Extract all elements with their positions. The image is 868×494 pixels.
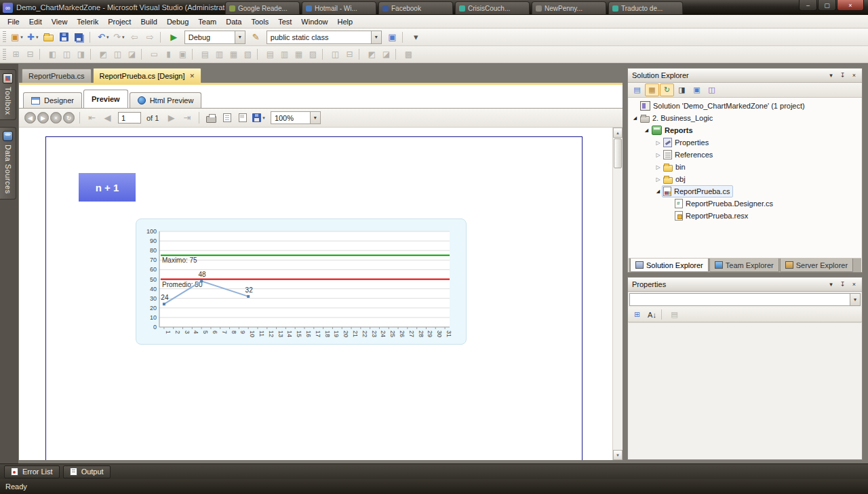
panel-tab-server-explorer[interactable]: Server Explorer — [780, 259, 853, 272]
background-tab[interactable]: Hotmail - Wi... — [302, 1, 376, 14]
remove-horizontal-spacing-button[interactable]: ▧ — [241, 48, 254, 60]
view-designer-button[interactable]: ▣ — [690, 83, 704, 96]
background-tab[interactable]: Traducto de... — [608, 1, 683, 14]
tree-item-content[interactable]: References — [662, 149, 715, 161]
vertical-scrollbar[interactable] — [612, 128, 623, 460]
scrollbar-thumb[interactable] — [614, 138, 622, 168]
tab-preview[interactable]: Preview — [83, 90, 128, 108]
doc-tab-reportprueba-cs[interactable]: ReportPrueba.cs — [22, 69, 92, 83]
tree-item[interactable]: ▷ bin — [629, 161, 861, 173]
tree-item-content[interactable]: Reports — [650, 124, 696, 136]
menu-item[interactable]: Telerik — [72, 15, 103, 28]
make-same-height-button[interactable]: ▮ — [162, 48, 175, 60]
menu-item[interactable]: Data — [221, 15, 246, 28]
save-all-button[interactable] — [73, 30, 87, 44]
background-tab[interactable]: CrisisCouch... — [455, 1, 530, 14]
tree-item[interactable]: ▷ References — [629, 149, 861, 161]
navigate-forward-button[interactable]: ⇨ — [143, 30, 157, 44]
forward-button[interactable]: ▶ — [37, 112, 49, 124]
print-button[interactable] — [204, 111, 218, 125]
next-page-button[interactable]: ▶ — [164, 111, 178, 125]
show-grid-button[interactable]: ⊟ — [24, 48, 37, 60]
layout-toolbar-button[interactable] — [90, 49, 94, 60]
doc-tab-reportprueba-design[interactable]: ReportPrueba.cs [Design] — [93, 68, 202, 83]
align-rights-button[interactable]: ◨ — [75, 48, 87, 60]
minimize-button[interactable]: – — [799, 0, 817, 11]
member-navigation-combo[interactable]: public static class — [267, 31, 382, 44]
page-setup-button[interactable] — [235, 111, 250, 125]
export-button[interactable] — [251, 111, 267, 125]
layout-toolbar-button[interactable] — [395, 49, 399, 60]
panel-tab-team-explorer[interactable]: Team Explorer — [709, 259, 779, 272]
menu-item[interactable]: Team — [193, 15, 221, 28]
tree-item[interactable]: ▷ Properties — [629, 136, 861, 149]
output-button[interactable]: Output — [63, 466, 111, 478]
increase-vertical-spacing-button[interactable]: ▥ — [278, 48, 291, 60]
refresh-button[interactable]: ↻ — [63, 112, 75, 124]
print-layout-button[interactable] — [220, 111, 234, 125]
debug-configuration-combo[interactable]: Debug — [184, 31, 245, 44]
auto-hide-pin-button[interactable]: ↧ — [837, 280, 848, 289]
tree-item[interactable]: ▷ obj — [629, 173, 861, 185]
decrease-horizontal-spacing-button[interactable]: ▦ — [227, 48, 240, 60]
center-vertically-button[interactable]: ⊟ — [343, 48, 356, 60]
tab-designer[interactable]: Designer — [23, 92, 82, 108]
page-number-input[interactable]: 1 — [118, 112, 141, 124]
combo-dropdown-icon[interactable] — [850, 294, 860, 305]
combo-dropdown-icon[interactable] — [310, 112, 320, 124]
toolbar-button[interactable] — [402, 32, 406, 43]
center-horizontally-button[interactable]: ◫ — [329, 48, 342, 60]
expander-icon[interactable]: ◢ — [631, 115, 639, 121]
menu-item[interactable]: Window — [296, 15, 332, 28]
find-button[interactable]: ✎ — [249, 30, 263, 44]
menu-item[interactable]: Project — [103, 15, 136, 28]
align-middles-button[interactable]: ◫ — [111, 48, 124, 60]
equal-horizontal-spacing-button[interactable]: ▤ — [199, 48, 212, 60]
background-tab[interactable]: Facebook — [378, 1, 453, 14]
view-code-button[interactable]: ◨ — [675, 83, 689, 96]
tab-html-preview[interactable]: Html Preview — [130, 92, 202, 108]
panel-tool-button[interactable] — [661, 309, 665, 320]
back-button[interactable]: ◀ — [24, 112, 36, 124]
align-tops-button[interactable]: ◩ — [97, 48, 110, 60]
scroll-up-icon[interactable] — [613, 128, 623, 138]
align-lefts-button[interactable]: ◧ — [46, 48, 59, 60]
tree-item[interactable]: ◢ 2. Business_Logic — [629, 112, 861, 124]
expander-icon[interactable]: ▷ — [654, 176, 662, 183]
toolbar-button[interactable] — [160, 32, 164, 43]
layout-toolbar-button[interactable] — [322, 49, 326, 60]
close-button[interactable]: × — [849, 280, 859, 289]
combo-dropdown-icon[interactable] — [371, 31, 381, 43]
menu-item[interactable]: Debug — [162, 15, 193, 28]
scroll-down-icon[interactable] — [613, 450, 623, 460]
error-list-button[interactable]: Error List — [4, 466, 60, 478]
bring-to-front-button[interactable]: ◩ — [366, 48, 378, 60]
menu-item[interactable]: Edit — [24, 15, 47, 28]
tree-item-content[interactable]: ReportPrueba.cs — [662, 185, 733, 197]
toolbar-grip[interactable] — [3, 31, 6, 43]
send-to-back-button[interactable]: ◪ — [380, 48, 393, 60]
close-button[interactable]: × — [849, 71, 859, 80]
decrease-vertical-spacing-button[interactable]: ▦ — [292, 48, 305, 60]
properties-object-combo[interactable] — [629, 293, 861, 306]
menu-item[interactable]: Tools — [246, 15, 273, 28]
tree-item-content[interactable]: Solution 'Demo_ChartMarkedZone' (1 proje… — [639, 100, 808, 112]
make-same-width-button[interactable]: ▭ — [148, 48, 161, 60]
dock-tab-toolbox[interactable]: Toolbox — [0, 69, 16, 120]
maximize-button[interactable]: ▢ — [818, 0, 836, 11]
tree-item[interactable]: Solution 'Demo_ChartMarkedZone' (1 proje… — [629, 100, 861, 112]
menu-item[interactable]: View — [47, 15, 73, 28]
layout-toolbar-button[interactable] — [359, 49, 363, 60]
previous-page-button[interactable]: ◀ — [100, 111, 115, 125]
combo-dropdown-icon[interactable] — [235, 31, 245, 43]
expander-icon[interactable]: ▷ — [654, 152, 662, 158]
layout-toolbar-button[interactable] — [39, 49, 43, 60]
tree-item-content[interactable]: obj — [662, 174, 688, 185]
properties-window-button[interactable]: ▤ — [630, 83, 644, 96]
find-in-files-button[interactable]: ▣ — [385, 30, 399, 44]
menu-item[interactable]: Help — [332, 15, 357, 28]
add-item-button[interactable]: ✚ — [26, 30, 40, 44]
navigate-backward-button[interactable]: ⇦ — [127, 30, 142, 44]
show-all-files-button[interactable]: ▦ — [645, 83, 659, 96]
alphabetical-button[interactable]: A↓ — [645, 308, 659, 321]
